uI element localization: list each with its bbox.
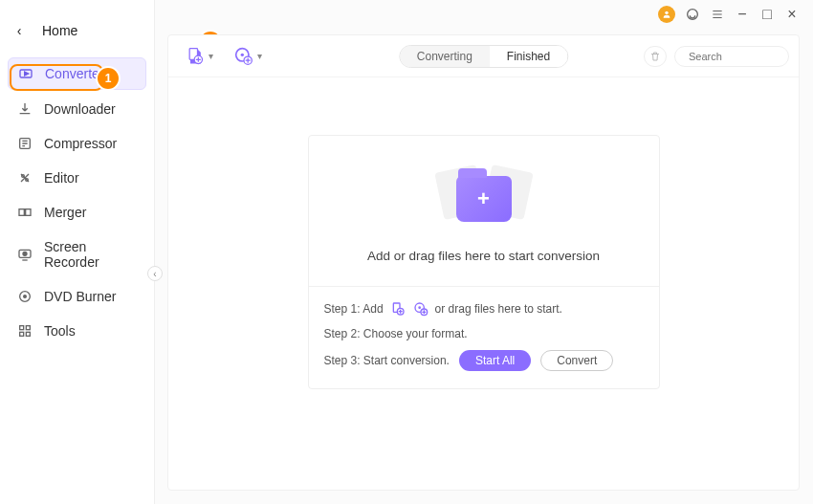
merger-icon [17, 205, 33, 220]
svg-rect-15 [20, 332, 24, 336]
sidebar-collapse-handle[interactable]: ‹ [147, 266, 163, 281]
convert-button[interactable]: Convert [540, 350, 613, 371]
dvd-burner-icon [17, 289, 33, 304]
search-box[interactable] [674, 46, 789, 67]
nav-list: Converter Downloader Compressor Editor M… [8, 57, 146, 346]
add-disc-mini-icon[interactable] [412, 300, 429, 318]
svg-point-10 [23, 252, 27, 255]
tab-converting[interactable]: Converting [400, 46, 490, 67]
svg-marker-3 [25, 72, 29, 76]
svg-rect-7 [19, 209, 24, 216]
back-row: ‹ Home [11, 23, 143, 38]
step1-pre: Step 1: Add [324, 302, 384, 316]
sidebar-item-editor[interactable]: Editor [8, 163, 146, 193]
sidebar-item-label: DVD Burner [44, 289, 116, 304]
sidebar-item-compressor[interactable]: Compressor [8, 128, 146, 159]
editor-icon [17, 170, 33, 186]
sidebar-item-label: Merger [44, 205, 86, 220]
sidebar-item-converter[interactable]: Converter [8, 57, 146, 90]
close-button[interactable]: × [784, 7, 800, 22]
downloader-icon [17, 101, 33, 117]
add-disc-button[interactable]: ▾ [231, 43, 266, 70]
tools-icon [17, 323, 33, 339]
sidebar-item-label: Tools [44, 323, 76, 339]
sidebar: ‹ Home Converter Downloader Compressor [0, 0, 155, 504]
plus-icon: + [477, 188, 490, 209]
sidebar-item-screen-recorder[interactable]: Screen Recorder [8, 231, 146, 277]
search-input[interactable] [689, 51, 800, 62]
screen-recorder-icon [17, 247, 33, 262]
sidebar-item-label: Compressor [44, 136, 117, 151]
menu-icon[interactable] [710, 7, 725, 22]
support-icon[interactable] [685, 7, 700, 22]
start-all-button[interactable]: Start All [459, 350, 531, 371]
sidebar-item-dvd-burner[interactable]: DVD Burner [8, 281, 146, 312]
converter-icon [18, 66, 33, 81]
home-label[interactable]: Home [42, 23, 77, 38]
dropzone-upper: + Add or drag files here to start conver… [309, 136, 659, 287]
sidebar-item-label: Editor [44, 170, 79, 186]
chevron-down-icon: ▾ [257, 51, 262, 61]
step-3: Step 3: Start conversion. [324, 354, 450, 367]
dropzone[interactable]: + Add or drag files here to start conver… [308, 135, 660, 389]
svg-rect-8 [26, 209, 31, 216]
step1-post: or drag files here to start. [435, 302, 562, 316]
svg-point-20 [241, 53, 244, 55]
toolbar: ▾ ▾ Converting Finished [168, 35, 799, 77]
sidebar-item-downloader[interactable]: Downloader [8, 94, 146, 124]
add-file-button[interactable]: ▾ [182, 43, 217, 70]
folder-illustration: + [431, 163, 537, 231]
chevron-down-icon: ▾ [209, 51, 213, 61]
sidebar-item-label: Converter [45, 66, 103, 81]
tab-finished[interactable]: Finished [490, 46, 567, 67]
user-avatar[interactable] [658, 6, 675, 23]
status-tabs: Converting Finished [399, 45, 568, 68]
dropzone-prompt: Add or drag files here to start conversi… [367, 249, 600, 263]
sidebar-item-tools[interactable]: Tools [8, 316, 146, 346]
callout-badge-1: 1 [98, 68, 119, 89]
steps-panel: Step 1: Add or drag files here to start.… [309, 287, 659, 388]
svg-point-0 [665, 11, 668, 14]
svg-rect-16 [26, 332, 30, 336]
svg-point-26 [418, 306, 421, 309]
svg-rect-13 [20, 326, 24, 330]
add-file-mini-icon[interactable] [389, 300, 406, 318]
sidebar-item-merger[interactable]: Merger [8, 197, 146, 228]
sidebar-item-label: Downloader [44, 101, 116, 117]
titlebar: − □ × [645, 0, 813, 29]
step-2: Step 2: Choose your format. [324, 327, 644, 340]
toolbar-right [644, 46, 789, 67]
maximize-button[interactable]: □ [759, 7, 775, 22]
step-1: Step 1: Add or drag files here to start. [324, 300, 644, 318]
main-panel: ▾ ▾ Converting Finished [167, 34, 800, 491]
sidebar-item-label: Screen Recorder [44, 239, 137, 270]
compressor-icon [17, 136, 33, 151]
trash-button[interactable] [644, 46, 667, 67]
minimize-button[interactable]: − [735, 7, 750, 22]
svg-point-12 [24, 296, 27, 298]
step-3-row: Step 3: Start conversion. Start All Conv… [324, 350, 644, 371]
back-chevron-icon[interactable]: ‹ [11, 23, 27, 38]
svg-rect-14 [26, 326, 30, 330]
